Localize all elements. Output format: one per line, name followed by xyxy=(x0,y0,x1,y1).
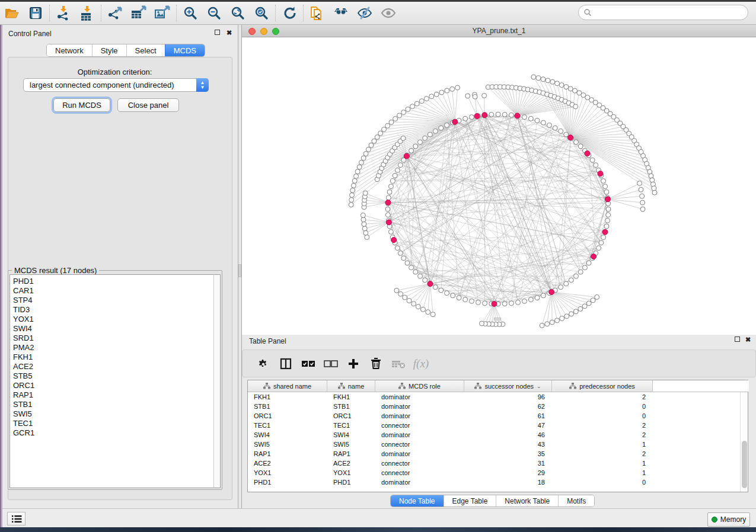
network-window-titlebar[interactable]: YPA_prune.txt_1 xyxy=(242,25,756,37)
float-panel-icon[interactable] xyxy=(215,30,220,36)
mcds-node[interactable] xyxy=(598,171,603,177)
graph-node[interactable] xyxy=(445,291,449,296)
graph-node[interactable] xyxy=(439,126,444,130)
mcds-node[interactable] xyxy=(591,254,596,259)
mcds-result-list[interactable]: PHD1CAR1STP4TID3YOX1SWI4SRD1PMA2FKH1ACE2… xyxy=(9,274,215,488)
graph-node[interactable] xyxy=(578,144,583,149)
graph-node[interactable] xyxy=(361,156,366,161)
graph-node[interactable] xyxy=(390,178,395,183)
graph-node[interactable] xyxy=(559,129,563,133)
graph-node[interactable] xyxy=(540,323,544,328)
graph-node[interactable] xyxy=(550,79,555,84)
mcds-node[interactable] xyxy=(568,135,573,140)
graph-node[interactable] xyxy=(382,127,387,132)
graph-node[interactable] xyxy=(412,302,416,306)
graph-node[interactable] xyxy=(574,274,579,278)
graph-node[interactable] xyxy=(385,213,390,217)
graph-node[interactable] xyxy=(564,314,569,319)
deselect-all-icon[interactable] xyxy=(320,354,342,374)
memory-button[interactable]: Memory xyxy=(707,512,750,527)
mcds-result-item[interactable]: FKH1 xyxy=(13,352,214,362)
graph-node[interactable] xyxy=(365,235,369,239)
graph-node[interactable] xyxy=(550,320,554,325)
graph-node[interactable] xyxy=(413,144,418,149)
graph-node[interactable] xyxy=(522,299,527,303)
graph-node[interactable] xyxy=(395,246,400,251)
mcds-result-item[interactable]: TID3 xyxy=(13,305,214,315)
tab-network-table[interactable]: Network Table xyxy=(496,495,558,507)
graph-node[interactable] xyxy=(416,305,420,309)
graph-node[interactable] xyxy=(476,300,480,305)
mcds-result-item[interactable]: RAP1 xyxy=(13,390,214,400)
graph-node[interactable] xyxy=(363,151,368,156)
graph-node[interactable] xyxy=(640,207,645,211)
graph-node[interactable] xyxy=(578,270,583,274)
graph-node[interactable] xyxy=(473,94,477,99)
graph-node[interactable] xyxy=(541,120,546,125)
zoom-in-icon[interactable] xyxy=(178,3,202,23)
graph-node[interactable] xyxy=(573,309,578,314)
graph-node[interactable] xyxy=(349,197,354,202)
mcds-list-scrollbar[interactable] xyxy=(213,274,221,488)
mcds-result-item[interactable]: SWI4 xyxy=(13,324,214,334)
graph-node[interactable] xyxy=(541,77,546,82)
zoom-fit-icon[interactable] xyxy=(226,3,250,23)
graph-node[interactable] xyxy=(357,165,362,169)
search-network-icon[interactable] xyxy=(329,3,353,23)
close-table-panel-icon[interactable]: ✖ xyxy=(745,336,751,343)
graph-node[interactable] xyxy=(439,288,444,293)
task-history-icon[interactable] xyxy=(7,512,25,525)
graph-node[interactable] xyxy=(363,230,368,235)
graph-node[interactable] xyxy=(457,296,461,300)
graph-node[interactable] xyxy=(604,224,609,229)
graph-node[interactable] xyxy=(409,265,414,270)
graph-node[interactable] xyxy=(417,274,422,278)
graph-node[interactable] xyxy=(372,139,377,143)
add-column-icon[interactable] xyxy=(342,354,365,374)
graph-node[interactable] xyxy=(502,302,507,306)
graph-node[interactable] xyxy=(420,307,425,312)
table-row[interactable]: YOX1YOX1connector291 xyxy=(248,468,653,477)
graph-node[interactable] xyxy=(536,76,541,81)
graph-node[interactable] xyxy=(640,200,645,205)
graph-node[interactable] xyxy=(578,306,583,311)
mcds-result-item[interactable]: YOX1 xyxy=(13,315,214,324)
search-box[interactable] xyxy=(578,5,748,20)
graph-node[interactable] xyxy=(605,218,610,223)
graph-node[interactable] xyxy=(406,107,410,111)
graph-node[interactable] xyxy=(407,298,412,303)
table-row[interactable]: ACE2ACE2connector311 xyxy=(248,459,653,468)
table-row[interactable]: RAP1RAP1dominator352 xyxy=(248,449,653,459)
graph-node[interactable] xyxy=(375,134,379,139)
hide-graphics-details-icon[interactable] xyxy=(353,3,377,23)
graph-node[interactable] xyxy=(423,136,428,140)
graph-node[interactable] xyxy=(445,88,449,93)
graph-node[interactable] xyxy=(586,301,591,306)
graph-node[interactable] xyxy=(531,75,536,79)
graph-node[interactable] xyxy=(522,115,527,120)
graph-node[interactable] xyxy=(430,312,435,317)
mcds-node[interactable] xyxy=(386,220,391,225)
graph-node[interactable] xyxy=(363,191,368,196)
graph-node[interactable] xyxy=(386,196,391,200)
select-all-icon[interactable] xyxy=(297,354,320,374)
horizontal-splitter-handle[interactable] xyxy=(494,318,501,321)
network-canvas[interactable] xyxy=(242,37,756,335)
graph-node[interactable] xyxy=(398,163,403,168)
graph-node[interactable] xyxy=(483,301,487,306)
mcds-result-item[interactable]: STB1 xyxy=(13,400,214,409)
tab-select[interactable]: Select xyxy=(126,44,165,56)
graph-node[interactable] xyxy=(489,112,494,117)
graph-node[interactable] xyxy=(586,261,591,265)
graph-node[interactable] xyxy=(355,169,360,174)
graph-node[interactable] xyxy=(388,229,393,234)
mcds-result-item[interactable]: TEC1 xyxy=(13,419,214,428)
graph-node[interactable] xyxy=(573,104,578,109)
graph-node[interactable] xyxy=(606,213,611,217)
mcds-result-item[interactable]: PHD1 xyxy=(13,277,214,286)
column-header-name[interactable]: name xyxy=(327,380,375,392)
graph-node[interactable] xyxy=(603,184,608,189)
mcds-node[interactable] xyxy=(452,119,458,124)
graph-node[interactable] xyxy=(362,222,366,226)
graph-node[interactable] xyxy=(553,126,557,130)
